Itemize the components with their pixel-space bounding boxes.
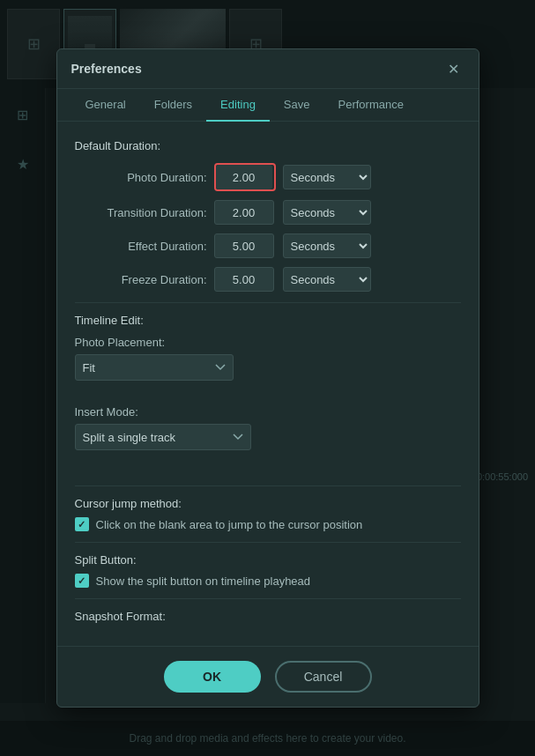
dialog-titlebar: Preferences ✕ xyxy=(57,49,479,89)
photo-placement-label: Photo Placement: xyxy=(75,336,461,349)
dialog-body: Default Duration: Photo Duration: Second… xyxy=(57,122,479,646)
tab-bar: General Folders Editing Save Performance xyxy=(57,89,479,122)
split-button-text: Show the split button on timeline playhe… xyxy=(96,574,311,588)
default-duration-label: Default Duration: xyxy=(75,139,461,152)
divider-3 xyxy=(75,542,461,543)
insert-mode-select[interactable]: Split a single track All tracks Current … xyxy=(75,424,251,450)
transition-duration-row: Transition Duration: Seconds Frames xyxy=(75,200,461,225)
tab-save[interactable]: Save xyxy=(270,89,324,122)
tab-general[interactable]: General xyxy=(71,89,140,122)
effect-duration-input-wrap xyxy=(214,233,276,258)
effect-duration-input[interactable] xyxy=(214,233,274,258)
dialog-footer: OK Cancel xyxy=(57,646,479,707)
transition-duration-input[interactable] xyxy=(214,200,274,225)
photo-duration-input-wrap xyxy=(214,163,276,191)
cursor-jump-label: Cursor jump method: xyxy=(75,497,461,510)
split-button-label: Split Button: xyxy=(75,553,461,567)
freeze-duration-row: Freeze Duration: Seconds Frames xyxy=(75,267,461,292)
modal-overlay: Preferences ✕ General Folders Editing Sa… xyxy=(0,0,535,756)
dialog-title: Preferences xyxy=(71,62,142,76)
freeze-duration-input[interactable] xyxy=(214,267,274,292)
freeze-duration-input-wrap xyxy=(214,267,276,292)
insert-mode-label: Insert Mode: xyxy=(75,405,461,419)
effect-duration-row: Effect Duration: Seconds Frames xyxy=(75,233,461,258)
snapshot-format-label: Snapshot Format: xyxy=(75,610,461,623)
divider-2 xyxy=(75,485,461,486)
divider-4 xyxy=(75,598,461,599)
freeze-duration-label: Freeze Duration: xyxy=(75,273,207,286)
split-button-checkbox[interactable] xyxy=(75,574,89,588)
photo-duration-unit[interactable]: Seconds Frames xyxy=(283,165,371,189)
photo-duration-row: Photo Duration: Seconds Frames xyxy=(75,163,461,191)
effect-duration-label: Effect Duration: xyxy=(75,240,207,253)
transition-duration-unit[interactable]: Seconds Frames xyxy=(283,200,371,225)
preferences-dialog: Preferences ✕ General Folders Editing Sa… xyxy=(56,48,479,708)
timeline-edit-label: Timeline Edit: xyxy=(75,314,461,327)
close-button[interactable]: ✕ xyxy=(443,58,464,79)
photo-placement-select[interactable]: Fit Stretch Crop xyxy=(75,354,234,381)
divider-1 xyxy=(75,302,461,303)
photo-duration-input[interactable] xyxy=(216,165,272,189)
effect-duration-unit[interactable]: Seconds Frames xyxy=(283,233,371,258)
split-button-row: Show the split button on timeline playhe… xyxy=(75,574,461,588)
tab-performance[interactable]: Performance xyxy=(324,89,418,122)
freeze-duration-unit[interactable]: Seconds Frames xyxy=(283,267,371,292)
tab-editing[interactable]: Editing xyxy=(206,89,270,122)
photo-duration-label: Photo Duration: xyxy=(75,171,207,184)
cursor-jump-text: Click on the blank area to jump to the c… xyxy=(96,518,363,531)
tab-folders[interactable]: Folders xyxy=(140,89,206,122)
ok-button[interactable]: OK xyxy=(164,661,261,693)
cursor-jump-row: Click on the blank area to jump to the c… xyxy=(75,517,461,531)
cancel-button[interactable]: Cancel xyxy=(275,661,372,693)
transition-duration-input-wrap xyxy=(214,200,276,225)
cursor-jump-checkbox[interactable] xyxy=(75,517,89,531)
transition-duration-label: Transition Duration: xyxy=(75,206,207,219)
